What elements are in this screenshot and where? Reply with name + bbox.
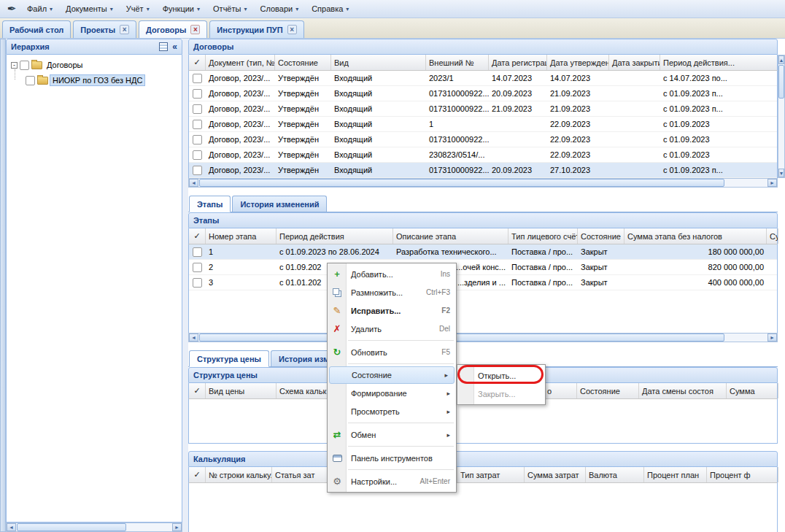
tree-node-contracts[interactable]: - Договоры xyxy=(11,58,85,72)
tree-checkbox[interactable] xyxy=(20,61,29,70)
cell-approvedate[interactable]: 14.07.2023 xyxy=(547,71,609,85)
menu-item-edit[interactable]: ✎Исправить...F2 xyxy=(328,301,456,320)
select-all-column-header[interactable]: ✓ xyxy=(189,383,206,398)
stage-row[interactable]: 3с 01.01.202...зделия и ...Поставка / пр… xyxy=(189,275,777,290)
row-checkbox[interactable] xyxy=(193,74,202,83)
row-checkbox[interactable] xyxy=(193,104,202,114)
cell-document[interactable]: Договор, 2023/... xyxy=(206,86,275,101)
column-header-document[interactable]: Документ (тип, № xyxy=(206,55,275,70)
select-all-column-header[interactable]: ✓ xyxy=(189,467,206,482)
menu-item-state[interactable]: Состояние▸ xyxy=(329,366,455,384)
menu-item-toolbar[interactable]: Панель инструментов xyxy=(328,449,456,467)
row-checkbox[interactable] xyxy=(193,150,202,160)
cell-kind[interactable]: Входящий xyxy=(331,101,426,116)
cell-state[interactable]: Утверждён xyxy=(275,132,331,147)
cell-amount-no-tax[interactable]: 400 000 000,00 xyxy=(624,275,767,290)
cell-regdate[interactable]: 20.09.2023 xyxy=(489,163,547,177)
cell-approvedate[interactable]: 22.09.2023 xyxy=(547,147,609,162)
row-checkbox[interactable] xyxy=(193,166,202,175)
tab-projects[interactable]: Проекты× xyxy=(73,20,136,38)
cell-regdate[interactable] xyxy=(489,132,547,147)
column-header-percent-fact[interactable]: Процент ф xyxy=(707,467,778,482)
row-checkbox[interactable] xyxy=(193,263,202,272)
cell-period[interactable]: с 01.09.2023 xyxy=(660,147,778,162)
select-all-column-header[interactable]: ✓ xyxy=(189,55,206,70)
collapse-panel-icon[interactable]: « xyxy=(172,42,177,52)
cell-state[interactable]: Утверждён xyxy=(275,163,331,177)
scroll-thumb[interactable] xyxy=(199,179,724,187)
column-header-stage-period[interactable]: Период действия xyxy=(277,228,393,244)
row-checkbox[interactable] xyxy=(193,278,202,288)
close-icon[interactable]: × xyxy=(287,25,297,34)
submenu-item-open[interactable]: Открыть... xyxy=(457,366,545,385)
column-header-closedate[interactable]: Дата закрытия xyxy=(609,55,660,70)
cell-stage-number[interactable]: 2 xyxy=(206,260,277,274)
cell-state[interactable]: Утверждён xyxy=(275,86,331,101)
cell-regdate[interactable] xyxy=(489,147,547,162)
cell-document[interactable]: Договор, 2023/... xyxy=(206,132,275,147)
scroll-left-icon[interactable]: ◄ xyxy=(7,523,16,531)
column-header-period[interactable]: Период действия... xyxy=(660,55,778,70)
cell-account-type[interactable]: Поставка / про... xyxy=(508,244,578,259)
tree-checkbox[interactable] xyxy=(26,76,35,85)
close-icon[interactable]: × xyxy=(190,25,200,34)
sidebar-hscrollbar[interactable]: ◄ ► xyxy=(6,523,182,532)
cell-regdate[interactable] xyxy=(489,117,547,131)
cell-external[interactable]: 017310000922... xyxy=(426,86,489,101)
cell-stage-descr[interactable]: Разработка технического... xyxy=(393,244,508,259)
row-checkbox[interactable] xyxy=(193,247,202,257)
cell-state[interactable]: Утверждён xyxy=(275,101,331,116)
menu-item-exchange[interactable]: ⇄Обмен▸ xyxy=(328,425,456,444)
scroll-right-icon[interactable]: ► xyxy=(767,334,777,342)
contracts-vscrollbar[interactable]: ▲ ▼ xyxy=(778,55,785,178)
column-header-percent-plan[interactable]: Процент план xyxy=(644,467,707,482)
column-header-account-type[interactable]: Тип лицевого счёт xyxy=(508,228,578,244)
cell-document[interactable]: Договор, 2023/... xyxy=(206,101,275,116)
scroll-up-icon[interactable]: ▲ xyxy=(778,55,784,64)
cell-stage-number[interactable]: 1 xyxy=(206,244,277,259)
contract-row-selected[interactable]: Договор, 2023/...УтверждёнВходящий017310… xyxy=(189,163,777,178)
cell-kind[interactable]: Входящий xyxy=(331,163,426,177)
column-header-amount-no-tax[interactable]: Сумма этапа без налогов xyxy=(624,228,767,244)
column-header-cost-type[interactable]: Тип затрат xyxy=(457,467,525,482)
scroll-right-icon[interactable]: ► xyxy=(767,179,777,187)
column-header-amount[interactable]: Сумма xyxy=(767,228,778,244)
column-header-stage-state[interactable]: Состояние xyxy=(578,228,624,244)
tab-instructions[interactable]: Инструкции ПУП× xyxy=(209,20,303,38)
menu-item-delete[interactable]: ✗УдалитьDel xyxy=(328,320,456,338)
column-header-kind[interactable]: Вид xyxy=(331,55,426,70)
column-header-state-change-date[interactable]: Дата смены состоя xyxy=(639,383,727,398)
cell-stage-state[interactable]: Закрыт xyxy=(578,260,624,274)
stage-row[interactable]: 2с 01.09.202...очей конс...Поставка / пр… xyxy=(189,260,777,275)
menu-reports[interactable]: Отчёты▾ xyxy=(206,2,253,15)
cell-period[interactable]: с 01.09.2023 п... xyxy=(660,86,778,101)
tree-node-label[interactable]: Договоры xyxy=(45,60,85,70)
menu-item-view[interactable]: Просмотреть▸ xyxy=(328,402,456,420)
column-header-cost-amount[interactable]: Сумма затрат xyxy=(525,467,586,482)
menu-file[interactable]: Файл▾ xyxy=(20,2,59,15)
column-header-price-state[interactable]: Состояние xyxy=(577,383,639,398)
cell-approvedate[interactable]: 22.09.2023 xyxy=(547,132,609,147)
scroll-down-icon[interactable]: ▼ xyxy=(778,169,784,177)
menu-help[interactable]: Справка▾ xyxy=(305,2,355,15)
cell-stage-state[interactable]: Закрыт xyxy=(578,275,624,290)
cell-period[interactable]: с 01.09.2023 xyxy=(660,117,778,131)
cell-approvedate[interactable]: 22.09.2023 xyxy=(547,117,609,131)
tab-stage-history[interactable]: История изменений xyxy=(232,196,327,212)
cell-amount-no-tax[interactable]: 180 000 000,00 xyxy=(624,244,767,259)
cell-state[interactable]: Утверждён xyxy=(275,117,331,131)
cell-kind[interactable]: Входящий xyxy=(331,86,426,101)
menu-documents[interactable]: Документы▾ xyxy=(59,2,120,15)
cell-external[interactable]: 017310000922... xyxy=(426,163,489,177)
menu-item-refresh[interactable]: ↻ОбновитьF5 xyxy=(328,343,456,361)
column-header-currency[interactable]: Валюта xyxy=(586,467,644,482)
cell-external[interactable]: 017310000922... xyxy=(426,132,489,147)
cell-regdate[interactable]: 21.09.2023 xyxy=(489,101,547,116)
column-header-partial[interactable]: о xyxy=(544,383,577,398)
tab-desktop[interactable]: Рабочий стол xyxy=(2,20,71,38)
locate-in-grid-icon[interactable] xyxy=(159,42,168,51)
scroll-thumb[interactable] xyxy=(778,65,784,99)
contract-row[interactable]: Договор, 2023/...УтверждёнВходящий2023/1… xyxy=(189,71,777,86)
tree-expander-icon[interactable]: - xyxy=(11,62,18,69)
contract-row[interactable]: Договор, 2023/...УтверждёнВходящий017310… xyxy=(189,86,777,101)
